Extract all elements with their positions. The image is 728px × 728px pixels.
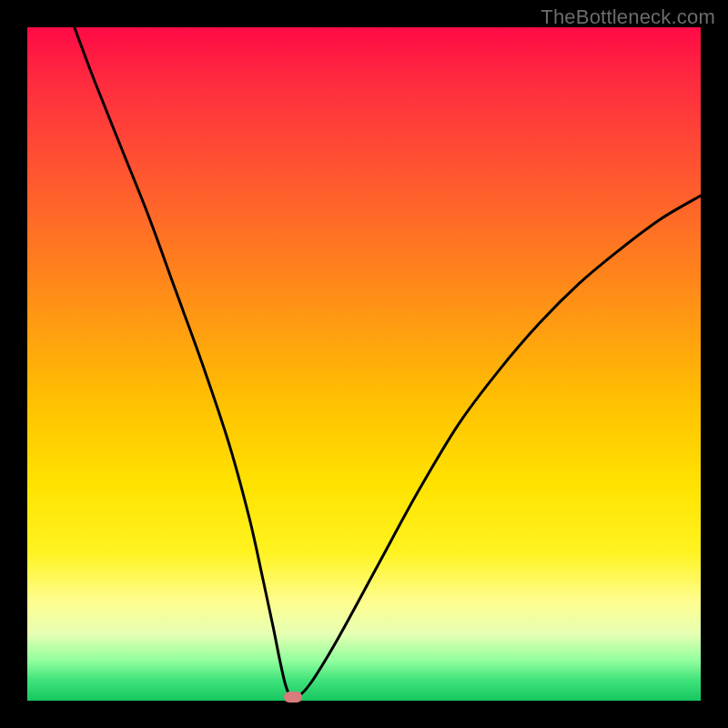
bottleneck-curve [27, 27, 701, 701]
chart-frame: TheBottleneck.com [0, 0, 728, 728]
plot-area [27, 27, 701, 701]
optimal-marker [284, 692, 302, 703]
watermark-text: TheBottleneck.com [541, 5, 715, 29]
